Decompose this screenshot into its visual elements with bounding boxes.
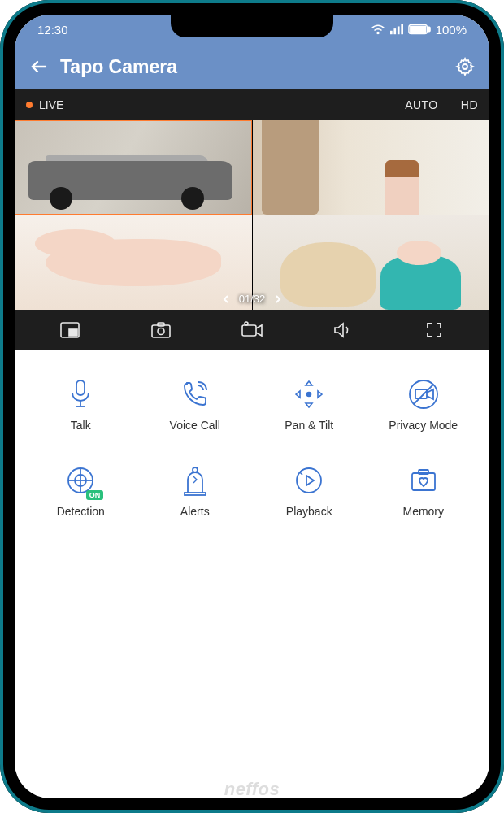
- svg-rect-16: [76, 380, 85, 395]
- svg-rect-3: [398, 26, 400, 34]
- svg-point-17: [307, 393, 311, 397]
- pager: 01/32: [15, 293, 489, 305]
- chevron-left-icon[interactable]: [221, 294, 231, 304]
- svg-point-15: [245, 322, 248, 325]
- settings-icon[interactable]: [455, 57, 475, 76]
- pager-label: 01/32: [239, 293, 266, 305]
- phone-icon: [181, 380, 209, 408]
- svg-rect-25: [185, 493, 206, 495]
- memory-label: Memory: [402, 505, 444, 518]
- svg-rect-4: [401, 24, 403, 34]
- alerts-label: Alerts: [180, 505, 210, 518]
- battery-percent: 100%: [436, 23, 467, 37]
- svg-rect-10: [69, 329, 77, 336]
- on-badge: ON: [86, 490, 104, 500]
- notch: [171, 15, 333, 37]
- camera-icon[interactable]: [150, 321, 172, 339]
- camera-feed-1[interactable]: [15, 120, 252, 215]
- memory-icon: [410, 468, 437, 493]
- privacy-mode-button[interactable]: Privacy Mode: [369, 378, 479, 432]
- app-bar: Tapo Camera: [15, 44, 489, 89]
- svg-point-0: [377, 32, 379, 33]
- svg-rect-7: [428, 27, 430, 32]
- svg-rect-1: [390, 31, 393, 34]
- svg-point-8: [463, 64, 467, 69]
- video-toolbar: [15, 310, 489, 350]
- svg-point-12: [158, 328, 164, 335]
- fullscreen-icon[interactable]: [425, 321, 443, 339]
- svg-rect-29: [419, 470, 428, 474]
- memory-button[interactable]: Memory: [369, 464, 479, 518]
- feature-grid: Talk Voice Call Pan & Tilt Privacy Mode …: [15, 350, 489, 534]
- svg-rect-2: [393, 28, 396, 34]
- playback-button[interactable]: Playback: [254, 464, 364, 518]
- privacy-label: Privacy Mode: [389, 419, 458, 432]
- speaker-icon[interactable]: [332, 321, 354, 339]
- mic-icon: [68, 379, 93, 410]
- svg-point-26: [193, 467, 198, 472]
- detection-button[interactable]: ON Detection: [26, 464, 136, 518]
- screen: 12:30 100% Tapo Camera LIVE AUTO HD: [15, 15, 489, 798]
- voice-call-label: Voice Call: [170, 419, 220, 432]
- svg-rect-11: [152, 325, 170, 337]
- pan-tilt-button[interactable]: Pan & Tilt: [254, 378, 364, 432]
- camera-grid: 01/32: [15, 120, 489, 310]
- alerts-icon: [181, 465, 209, 496]
- quality-auto[interactable]: AUTO: [405, 98, 438, 111]
- voice-call-button[interactable]: Voice Call: [141, 378, 250, 432]
- detection-label: Detection: [57, 505, 105, 518]
- device-brand: neffos: [0, 779, 504, 800]
- alerts-button[interactable]: Alerts: [141, 464, 250, 518]
- wifi-icon: [371, 24, 385, 35]
- live-label: LIVE: [39, 98, 63, 111]
- battery-icon: [408, 24, 431, 35]
- signal-icon: [390, 24, 403, 35]
- pan-tilt-icon: [293, 379, 324, 410]
- pan-tilt-label: Pan & Tilt: [285, 419, 333, 432]
- camera-feed-2[interactable]: [253, 120, 490, 215]
- svg-rect-14: [242, 325, 256, 336]
- svg-rect-13: [158, 323, 164, 326]
- playback-icon: [294, 466, 324, 495]
- page-title: Tapo Camera: [60, 56, 455, 78]
- video-status-bar: LIVE AUTO HD: [15, 89, 489, 120]
- pip-icon[interactable]: [59, 321, 80, 339]
- quality-hd[interactable]: HD: [461, 98, 478, 111]
- live-dot-icon: [26, 102, 33, 108]
- clock: 12:30: [37, 23, 68, 37]
- playback-label: Playback: [286, 505, 332, 518]
- talk-button[interactable]: Talk: [26, 378, 136, 432]
- privacy-icon: [407, 378, 440, 411]
- svg-rect-28: [412, 473, 435, 490]
- back-icon[interactable]: [29, 57, 49, 76]
- svg-line-20: [414, 385, 433, 404]
- phone-frame: 12:30 100% Tapo Camera LIVE AUTO HD: [0, 0, 504, 813]
- record-icon[interactable]: [241, 321, 263, 339]
- talk-label: Talk: [71, 419, 91, 432]
- chevron-right-icon[interactable]: [273, 294, 283, 304]
- svg-rect-6: [410, 26, 425, 32]
